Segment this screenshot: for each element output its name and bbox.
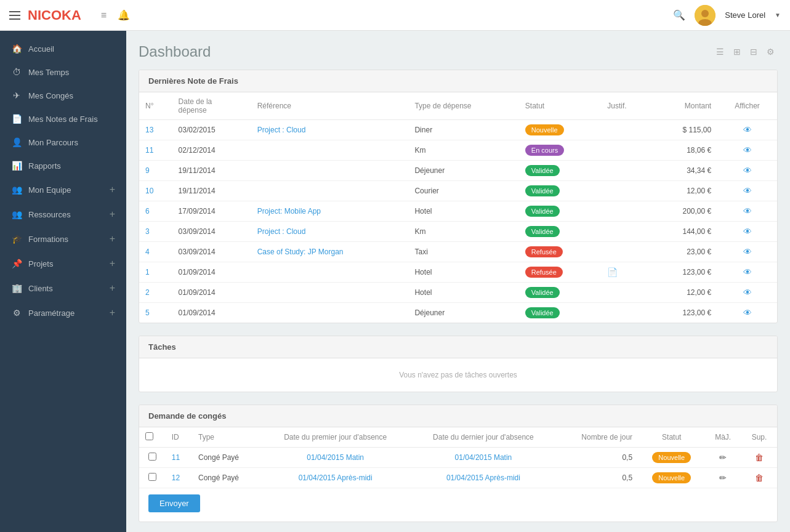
row-delete[interactable]: 🗑 (741, 448, 777, 468)
row-num: 2 (139, 283, 172, 303)
row-type: Déjeuner (408, 303, 518, 323)
sidebar-item-rapports[interactable]: 📊 Rapports (0, 154, 126, 177)
plus-icon-projets[interactable]: + (110, 258, 115, 269)
list-icon[interactable]: ≡ (101, 10, 107, 21)
row-view[interactable]: 👁 (717, 161, 777, 181)
plus-icon-parametrage[interactable]: + (110, 307, 115, 318)
row-date: 19/11/2014 (172, 161, 251, 181)
sidebar-item-ressources[interactable]: 👥 Ressources + (0, 202, 126, 227)
plus-icon-ressources[interactable]: + (110, 209, 115, 220)
delete-icon[interactable]: 🗑 (755, 453, 764, 462)
sidebar-item-mes-temps[interactable]: ⏱ Mes Temps (0, 60, 126, 84)
row-ref (251, 161, 409, 181)
row-checkbox[interactable] (139, 448, 166, 468)
sidebar-item-accueil[interactable]: 🏠 Accueil (0, 37, 126, 60)
status-badge: Nouvelle (652, 472, 691, 483)
col-ref: Référence (251, 92, 409, 120)
notes-table-head: N° Date de ladépense Référence Type de d… (139, 92, 777, 120)
row-view[interactable]: 👁 (717, 303, 777, 323)
table-view-icon[interactable]: ⊟ (747, 45, 760, 58)
row-num: 1 (139, 262, 172, 283)
sidebar-item-mes-conges[interactable]: ✈ Mes Congés (0, 84, 126, 107)
row-statut: Validée (519, 222, 601, 242)
row-ref (251, 303, 409, 323)
row-justif: 📄 (601, 262, 651, 283)
sidebar-item-projets[interactable]: 📌 Projets + (0, 251, 126, 276)
row-select-checkbox[interactable] (148, 453, 156, 461)
eye-icon[interactable]: 👁 (743, 145, 752, 155)
plus-icon-clients[interactable]: + (110, 283, 115, 294)
edit-icon[interactable]: ✏ (719, 473, 727, 483)
row-select-checkbox[interactable] (148, 473, 156, 481)
sidebar-item-mon-equipe[interactable]: 👥 Mon Equipe + (0, 177, 126, 202)
eye-icon[interactable]: 👁 (743, 308, 752, 318)
row-view[interactable]: 👁 (717, 140, 777, 161)
col-sup: Sup. (741, 427, 777, 448)
eye-icon[interactable]: 👁 (743, 227, 752, 236)
notes-section: Dernières Note de Frais N° Date de ladép… (139, 70, 778, 323)
row-montant: 123,00 € (651, 262, 717, 283)
table-row: 6 17/09/2014 Project: Mobile App Hotel V… (139, 201, 777, 222)
row-view[interactable]: 👁 (717, 262, 777, 283)
row-view[interactable]: 👁 (717, 181, 777, 201)
row-ref (251, 262, 409, 283)
row-checkbox[interactable] (139, 468, 166, 488)
row-view[interactable]: 👁 (717, 120, 777, 140)
eye-icon[interactable]: 👁 (743, 288, 752, 297)
settings-view-icon[interactable]: ⚙ (764, 45, 778, 58)
row-view[interactable]: 👁 (717, 283, 777, 303)
sidebar-item-mon-parcours[interactable]: 👤 Mon Parcours (0, 131, 126, 154)
row-view[interactable]: 👁 (717, 222, 777, 242)
search-icon[interactable]: 🔍 (673, 9, 685, 21)
status-badge: Refusée (525, 267, 563, 278)
row-statut: Validée (519, 201, 601, 222)
sidebar-label-clients: Clients (28, 284, 53, 293)
table-row: 3 03/09/2014 Project : Cloud Km Validée … (139, 222, 777, 242)
sidebar-item-formations[interactable]: 🎓 Formations + (0, 227, 126, 251)
row-delete[interactable]: 🗑 (741, 468, 777, 488)
row-num: 11 (139, 140, 172, 161)
list-view-icon[interactable]: ☰ (713, 45, 727, 58)
eye-icon[interactable]: 👁 (743, 186, 752, 196)
delete-icon[interactable]: 🗑 (755, 473, 764, 483)
status-badge: Validée (525, 307, 560, 318)
bell-icon[interactable]: 🔔 (118, 9, 130, 21)
sidebar-item-parametrage[interactable]: ⚙ Paramétrage + (0, 300, 126, 325)
sidebar-label-parametrage: Paramétrage (28, 308, 75, 318)
taches-section-header: Tâches (139, 336, 777, 358)
row-ref: Project : Cloud (251, 222, 409, 242)
notes-table: N° Date de ladépense Référence Type de d… (139, 92, 777, 323)
row-justif (601, 222, 651, 242)
hamburger-icon[interactable] (9, 11, 20, 20)
row-view[interactable]: 👁 (717, 201, 777, 222)
row-view[interactable]: 👁 (717, 242, 777, 262)
row-montant: 144,00 € (651, 222, 717, 242)
layout: 🏠 Accueil ⏱ Mes Temps ✈ Mes Congés 📄 Mes… (0, 31, 790, 532)
table-row: 13 03/02/2015 Project : Cloud Diner Nouv… (139, 120, 777, 140)
eye-icon[interactable]: 👁 (743, 206, 752, 216)
row-date: 01/09/2014 (172, 262, 251, 283)
edit-icon[interactable]: ✏ (719, 453, 727, 462)
grid-view-icon[interactable]: ⊞ (730, 45, 744, 58)
plus-icon-equipe[interactable]: + (110, 184, 115, 195)
row-type: Hotel (408, 201, 518, 222)
sidebar-label-mes-conges: Mes Congés (28, 91, 73, 100)
sidebar-item-mes-notes-de-frais[interactable]: 📄 Mes Notes de Frais (0, 107, 126, 131)
sidebar-item-clients[interactable]: 🏢 Clients + (0, 276, 126, 300)
row-edit[interactable]: ✏ (704, 468, 741, 488)
eye-icon[interactable]: 👁 (743, 267, 752, 277)
eye-icon[interactable]: 👁 (743, 166, 752, 175)
notes-section-header: Dernières Note de Frais (139, 70, 777, 92)
row-edit[interactable]: ✏ (704, 448, 741, 468)
eye-icon[interactable]: 👁 (743, 125, 752, 135)
row-type: Hotel (408, 283, 518, 303)
select-all-checkbox[interactable] (145, 432, 153, 440)
eye-icon[interactable]: 👁 (743, 247, 752, 257)
plus-icon-formations[interactable]: + (110, 233, 115, 244)
logo-prefix: NICO (28, 7, 62, 23)
envoyer-button[interactable]: Envoyer (148, 494, 200, 512)
row-type: Diner (408, 120, 518, 140)
user-name-label[interactable]: Steve Lorel (725, 10, 765, 20)
chart-icon: 📊 (11, 161, 22, 171)
status-badge: Validée (525, 287, 560, 298)
